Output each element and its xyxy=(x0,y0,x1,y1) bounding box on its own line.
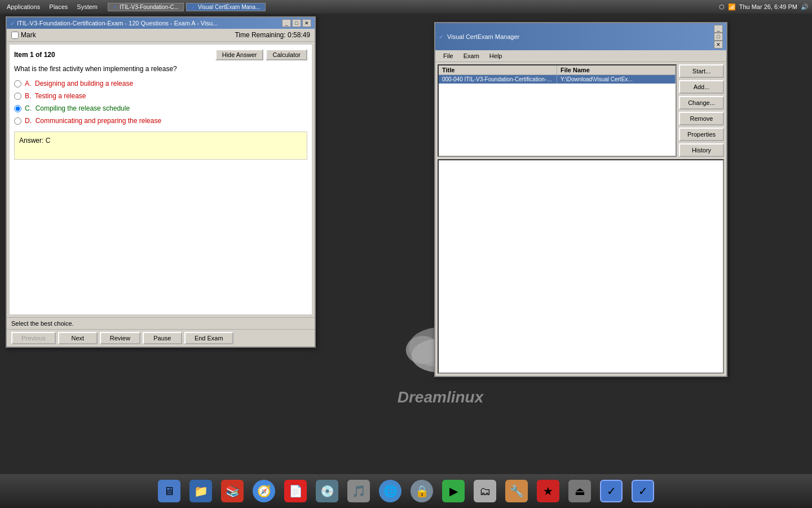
dock-disk[interactable]: 💿 xyxy=(314,478,341,505)
disk-icon: 💿 xyxy=(316,480,338,502)
dock-computer[interactable]: 🖥 xyxy=(156,478,183,505)
option-d: D. Communicating and preparing the relea… xyxy=(14,117,307,125)
mark-area: Mark xyxy=(11,31,36,39)
media-icon: ▶ xyxy=(442,480,465,502)
dock-safari[interactable]: 🧭 xyxy=(250,478,277,505)
time-display: Thu Mar 26, 6:49 PM xyxy=(739,3,797,10)
system-tray: ⬡ 📶 Thu Mar 26, 6:49 PM 🔊 xyxy=(719,3,809,11)
manager-menubar: File Exam Help xyxy=(435,50,726,62)
menu-places[interactable]: Places xyxy=(46,2,71,11)
manager-body: Title File Name 000-040 ITIL-V3-Foundati… xyxy=(435,62,726,159)
manager-content-area xyxy=(438,159,724,374)
exam-maximize-btn[interactable]: □ xyxy=(292,19,301,27)
tools-icon: 🔧 xyxy=(505,480,528,502)
hide-answer-btn[interactable]: Hide Answer xyxy=(215,49,264,60)
row-filename: Y:\Download\Visual CertEx... xyxy=(557,75,676,84)
exam-minimize-btn[interactable]: _ xyxy=(282,19,291,27)
exam-status-bar: Select the best choice. xyxy=(7,317,315,329)
menu-help[interactable]: Help xyxy=(485,51,507,60)
dock-media[interactable]: ▶ xyxy=(440,478,467,505)
dock-certexam2[interactable]: ✓ xyxy=(629,478,656,505)
radio-d[interactable] xyxy=(14,117,21,125)
col-header-title: Title xyxy=(439,65,557,75)
manager-close-btn[interactable]: ✕ xyxy=(714,41,723,49)
exam-item-header: Item 1 of 120 Hide Answer Calculator xyxy=(14,49,307,60)
option-b: B. Testing a release xyxy=(14,92,307,100)
next-btn[interactable]: Next xyxy=(58,332,98,344)
manager-titlebar: ✓ Visual CertExam Manager _ □ ✕ xyxy=(435,23,726,50)
dock-certexam1[interactable]: ✓ xyxy=(598,478,625,505)
window-buttons: ✓ ITIL-V3-Foundation-C... ✓ Visual CertE… xyxy=(108,3,265,11)
question-text: What is the first activity when implemen… xyxy=(14,65,307,73)
dock-eject[interactable]: ⏏ xyxy=(566,478,593,505)
certexam2-icon: ✓ xyxy=(632,480,654,502)
radio-b[interactable] xyxy=(14,93,21,100)
exam-window-title: ITIL-V3-Foundation-Certification-Exam - … xyxy=(17,20,218,27)
calculator-btn[interactable]: Calculator xyxy=(266,49,307,60)
bluetooth-icon: ⬡ xyxy=(719,3,725,11)
remove-btn[interactable]: Remove xyxy=(679,112,724,125)
mark-checkbox[interactable] xyxy=(11,32,19,39)
dock-app[interactable]: ★ xyxy=(535,478,562,505)
status-text: Select the best choice. xyxy=(11,320,74,327)
manager-title-controls: _ □ ✕ xyxy=(714,25,723,49)
add-btn[interactable]: Add... xyxy=(679,80,724,94)
exam-toolbar: Mark Time Remaining: 0:58:49 xyxy=(7,29,315,42)
dock-music[interactable]: 🎵 xyxy=(345,478,372,505)
radio-c[interactable] xyxy=(14,105,21,112)
menu-system[interactable]: System xyxy=(73,2,101,11)
item-counter: Item 1 of 120 xyxy=(14,51,55,59)
pause-btn[interactable]: Pause xyxy=(143,332,182,344)
dock-security[interactable]: 🔒 xyxy=(408,478,435,505)
dock-tools[interactable]: 🔧 xyxy=(503,478,530,505)
dock-docs[interactable]: 📚 xyxy=(219,478,246,505)
taskbar-window-certexam[interactable]: ✓ Visual CertExam Mana... xyxy=(186,3,265,11)
list-row[interactable]: 000-040 ITIL-V3-Foundation-Certification… xyxy=(439,75,676,84)
radio-a[interactable] xyxy=(14,80,21,87)
time-remaining: Time Remaining: 0:58:49 xyxy=(235,31,310,39)
computer-icon: 🖥 xyxy=(158,480,180,502)
history-btn[interactable]: History xyxy=(679,143,724,157)
manager-list: Title File Name 000-040 ITIL-V3-Foundati… xyxy=(438,64,677,157)
option-c-text: C. Compiling the release schedule xyxy=(25,104,130,112)
properties-btn[interactable]: Properties xyxy=(679,128,724,141)
browser2-icon: 🌐 xyxy=(379,480,401,502)
eject-icon: ⏏ xyxy=(568,480,591,502)
taskbar-bottom: 🖥 📁 📚 🧭 📄 💿 🎵 🌐 🔒 ▶ 🗂 🔧 ★ ⏏ ✓ ✓ xyxy=(0,474,812,508)
menu-exam[interactable]: Exam xyxy=(459,51,484,60)
exam-content[interactable]: Item 1 of 120 Hide Answer Calculator Wha… xyxy=(9,44,312,315)
app-icon: ★ xyxy=(537,480,559,502)
col-header-filename: File Name xyxy=(557,65,676,75)
list-header: Title File Name xyxy=(439,65,676,75)
start-btn[interactable]: Start... xyxy=(679,64,724,78)
dock-browser2[interactable]: 🌐 xyxy=(377,478,404,505)
manager-maximize-btn[interactable]: □ xyxy=(714,33,723,41)
option-c: C. Compiling the release schedule xyxy=(14,104,307,112)
menu-file[interactable]: File xyxy=(439,51,458,60)
end-exam-btn[interactable]: End Exam xyxy=(184,332,233,344)
exam-window: ✓ ITIL-V3-Foundation-Certification-Exam … xyxy=(6,16,316,348)
safari-icon: 🧭 xyxy=(253,480,275,502)
dock-finder[interactable]: 🗂 xyxy=(471,478,498,505)
menu-applications[interactable]: Applications xyxy=(3,2,43,11)
exam-titlebar: ✓ ITIL-V3-Foundation-Certification-Exam … xyxy=(7,17,315,29)
certexam1-icon: ✓ xyxy=(600,480,623,502)
exam-close-btn[interactable]: ✕ xyxy=(302,19,311,27)
answer-text: Answer: C xyxy=(19,137,50,144)
taskbar-window-itil[interactable]: ✓ ITIL-V3-Foundation-C... xyxy=(108,3,184,11)
pdf-icon: 📄 xyxy=(284,480,307,502)
previous-btn[interactable]: Previous xyxy=(11,332,56,344)
volume-icon: 🔊 xyxy=(801,3,809,11)
files-icon: 📁 xyxy=(189,480,212,502)
option-d-text: D. Communicating and preparing the relea… xyxy=(25,117,161,125)
exam-title-controls: _ □ ✕ xyxy=(282,19,311,27)
dock-pdf[interactable]: 📄 xyxy=(282,478,309,505)
review-btn[interactable]: Review xyxy=(100,332,140,344)
manager-minimize-btn[interactable]: _ xyxy=(714,25,723,33)
manager-title-left: ✓ Visual CertExam Manager xyxy=(439,33,519,40)
change-btn[interactable]: Change... xyxy=(679,96,724,110)
dock-files[interactable]: 📁 xyxy=(187,478,214,505)
manager-buttons: Start... Add... Change... Remove Propert… xyxy=(679,64,724,157)
manager-window-title: Visual CertExam Manager xyxy=(447,33,519,40)
finder-icon: 🗂 xyxy=(474,480,496,502)
